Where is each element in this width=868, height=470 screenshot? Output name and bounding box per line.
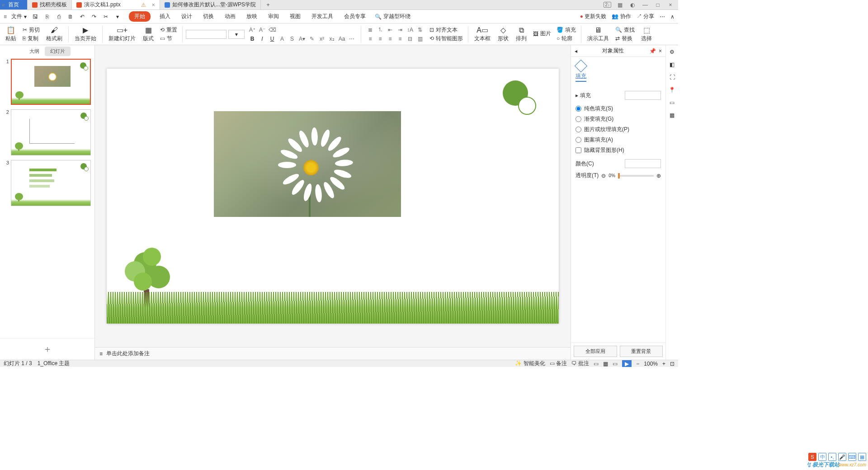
tab-start[interactable]: 开始 [129,11,151,22]
justify-icon[interactable]: ≡ [396,35,404,43]
tab-insert[interactable]: 插入 [158,11,172,22]
italic-icon[interactable]: I [258,35,266,43]
fill-header[interactable]: ▸填充 [576,91,661,100]
update-fail[interactable]: ● 更新失败 [580,13,607,20]
undo-icon[interactable]: ↶ [78,14,86,20]
settings-side-icon[interactable]: ⚙ [670,49,675,55]
search-box[interactable]: 🔍穿越型环绕 [375,13,410,20]
replace-button[interactable]: ⇄替换 [615,35,635,42]
fill-preset-select[interactable] [625,91,661,100]
pin-side-icon[interactable]: 📍 [669,87,675,93]
badge-icon[interactable]: 2↓ [604,2,611,8]
fill-tab[interactable]: 填充 [576,71,586,82]
cut-button[interactable]: ✂剪切 [23,26,40,34]
file-menu[interactable]: 文件▾ [9,13,29,20]
ring-circle[interactable] [518,97,536,115]
thumbnail-1[interactable] [11,59,91,105]
case-icon[interactable]: Aa [338,35,346,43]
align-text-button[interactable]: ⊡对齐文本 [429,26,463,34]
tab-view[interactable]: 视图 [288,11,302,22]
view-slideshow-icon[interactable]: ▶ [622,360,632,367]
shape-button[interactable]: ◇形状 [495,24,511,45]
find-button[interactable]: 🔍查找 [615,26,635,34]
numbering-icon[interactable]: ⒈ [376,26,384,34]
add-slide-button[interactable]: ＋ [0,338,94,360]
fontcolor-icon[interactable]: A▾ [298,35,306,43]
zoom-out-icon[interactable]: − [636,361,639,367]
notes-toggle[interactable]: ▭ 备注 [550,360,567,367]
bullets-icon[interactable]: ≣ [366,26,374,34]
layout-button[interactable]: ▦版式 [140,24,156,45]
sub-icon[interactable]: x₂ [328,35,336,43]
indent-dec-icon[interactable]: ⇤ [386,26,394,34]
opacity-slider[interactable] [618,175,654,177]
hamburger-icon[interactable]: ≡ [4,14,7,20]
convert-shape-button[interactable]: ⟲转智能图形 [429,35,463,42]
user-icon[interactable]: ◐ [628,2,637,8]
close-window-icon[interactable]: × [666,2,675,8]
reset-button[interactable]: ⟲重置 [160,26,177,34]
comments-toggle[interactable]: 🗨 批注 [571,360,589,367]
font-select[interactable] [186,30,226,39]
decrease-font-icon[interactable]: A⁻ [258,26,266,34]
tab-animation[interactable]: 动画 [223,11,237,22]
select-button[interactable]: ⬚选择 [638,24,655,45]
apply-all-button[interactable]: 全部应用 [574,346,617,357]
tab-slideshow[interactable]: 放映 [245,11,259,22]
solid-fill-option[interactable]: 纯色填充(S) [576,103,661,114]
slides-mode[interactable]: 幻灯片 [45,47,71,56]
view-reading-icon[interactable]: ▭ [613,361,618,367]
arrange-button[interactable]: ⧉排列 [513,24,529,45]
highlight-icon[interactable]: ✎ [308,35,316,43]
picture-button[interactable]: 🖼图片 [533,30,551,38]
reset-bg-button[interactable]: 重置背景 [620,346,663,357]
zoom-in-icon[interactable]: + [662,361,665,367]
new-slide[interactable]: ▭+新建幻灯片 [106,24,138,45]
super-icon[interactable]: x² [318,35,326,43]
fill-button[interactable]: 🪣填充 [557,26,576,34]
outline-mode[interactable]: 大纲 [24,47,45,56]
tab-dev[interactable]: 开发工具 [310,11,335,22]
gradient-radio[interactable] [576,116,581,122]
spacing-icon[interactable]: ⋯ [348,35,356,43]
save-icon[interactable]: 🖫 [31,14,39,20]
shadow-icon[interactable]: S [288,35,296,43]
distribute-icon[interactable]: ⊟ [406,35,414,43]
zoom-value[interactable]: 100% [644,361,658,367]
opacity-minus[interactable]: ⊖ [601,173,606,179]
align-right-icon[interactable]: ≡ [386,35,394,43]
hide-bg-option[interactable]: 隐藏背景图形(H) [576,145,661,155]
tab-design[interactable]: 设计 [179,11,194,22]
close-panel-icon[interactable]: × [659,48,662,54]
preview-icon[interactable]: 🗎 [66,14,75,20]
tab-member[interactable]: 会员专享 [342,11,368,22]
pattern-fill-option[interactable]: 图案填充(A) [576,135,661,145]
view-sorter-icon[interactable]: ▦ [603,361,608,367]
pattern-radio[interactable] [576,137,581,143]
cut-qa-icon[interactable]: ✂ [102,14,110,20]
thumbnail-3[interactable] [11,160,91,206]
columns-icon[interactable]: ▥ [416,35,424,43]
collapse-ribbon-icon[interactable]: ∧ [670,14,675,20]
presentation-tools[interactable]: 🖥演示工具 [585,24,612,45]
font-size[interactable]: ▾ [228,30,245,39]
opacity-plus[interactable]: ⊕ [656,173,661,179]
thumbnail-2[interactable] [11,109,91,155]
solid-radio[interactable] [576,106,581,112]
maximize-icon[interactable]: □ [654,2,662,8]
redo-icon[interactable]: ↷ [90,14,98,20]
style-side-icon[interactable]: ◧ [670,61,675,68]
underline-icon[interactable]: U [268,35,276,43]
textbox-button[interactable]: A▭文本框 [472,24,493,45]
outline-button[interactable]: ○轮廓 [557,35,576,42]
close-icon[interactable]: × [152,2,155,8]
slide-photo[interactable] [214,111,401,217]
tab-review[interactable]: 审阅 [266,11,281,22]
format-painter[interactable]: 🖌格式刷 [43,24,65,45]
tab-help[interactable]: 如何修改图片默认...堂-源WPS学院 [160,0,261,9]
fit-icon[interactable]: ⊡ [670,361,675,367]
align-left-icon[interactable]: ≡ [366,35,374,43]
grid-icon[interactable]: ▦ [616,2,624,8]
collapse-icon[interactable]: « [2,2,5,8]
collab-button[interactable]: 👥 协作 [612,13,631,20]
